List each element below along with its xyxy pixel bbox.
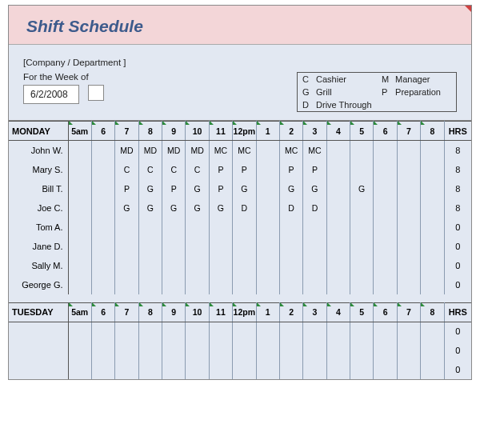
shift-cell[interactable] — [374, 275, 397, 294]
shift-cell[interactable] — [233, 275, 256, 294]
shift-cell[interactable] — [162, 256, 186, 275]
shift-cell[interactable]: G — [350, 179, 374, 198]
shift-cell[interactable] — [374, 341, 397, 360]
shift-cell[interactable] — [421, 141, 444, 160]
shift-cell[interactable] — [209, 360, 232, 379]
shift-cell[interactable] — [209, 237, 232, 256]
shift-cell[interactable] — [397, 198, 420, 218]
shift-cell[interactable] — [91, 218, 114, 237]
shift-cell[interactable] — [350, 237, 374, 256]
shift-cell[interactable] — [233, 322, 256, 341]
shift-cell[interactable] — [91, 322, 114, 341]
shift-cell[interactable] — [115, 237, 138, 256]
shift-cell[interactable]: P — [233, 160, 256, 179]
shift-cell[interactable] — [68, 360, 91, 379]
shift-cell[interactable] — [209, 341, 232, 360]
shift-cell[interactable] — [303, 218, 326, 237]
shift-cell[interactable] — [374, 237, 397, 256]
shift-cell[interactable] — [256, 256, 279, 275]
shift-cell[interactable] — [397, 256, 420, 275]
shift-cell[interactable] — [326, 256, 350, 275]
shift-cell[interactable] — [397, 275, 420, 294]
shift-cell[interactable] — [374, 198, 397, 218]
shift-cell[interactable] — [68, 275, 91, 294]
shift-cell[interactable]: D — [233, 198, 256, 218]
shift-cell[interactable] — [279, 360, 302, 379]
shift-cell[interactable] — [209, 275, 232, 294]
shift-cell[interactable] — [350, 218, 374, 237]
shift-cell[interactable] — [421, 275, 444, 294]
shift-cell[interactable] — [68, 237, 91, 256]
shift-cell[interactable] — [256, 360, 279, 379]
shift-cell[interactable]: MD — [186, 141, 209, 160]
shift-cell[interactable] — [162, 322, 186, 341]
shift-cell[interactable] — [209, 322, 232, 341]
shift-cell[interactable] — [397, 322, 420, 341]
shift-cell[interactable] — [162, 275, 186, 294]
shift-cell[interactable] — [186, 275, 209, 294]
shift-cell[interactable] — [115, 256, 138, 275]
shift-cell[interactable] — [350, 275, 374, 294]
shift-cell[interactable]: P — [209, 160, 232, 179]
shift-cell[interactable] — [374, 218, 397, 237]
shift-cell[interactable] — [186, 360, 209, 379]
shift-cell[interactable] — [256, 341, 279, 360]
shift-cell[interactable] — [256, 141, 279, 160]
shift-cell[interactable]: G — [186, 198, 209, 218]
shift-cell[interactable] — [162, 360, 186, 379]
shift-cell[interactable] — [303, 275, 326, 294]
shift-cell[interactable] — [91, 198, 114, 218]
shift-cell[interactable] — [326, 322, 350, 341]
shift-cell[interactable] — [374, 322, 397, 341]
shift-cell[interactable]: G — [138, 198, 162, 218]
shift-cell[interactable] — [279, 237, 302, 256]
shift-cell[interactable] — [91, 275, 114, 294]
shift-cell[interactable] — [186, 341, 209, 360]
shift-cell[interactable] — [162, 341, 186, 360]
shift-cell[interactable] — [186, 256, 209, 275]
shift-cell[interactable] — [326, 341, 350, 360]
shift-cell[interactable]: P — [162, 179, 186, 198]
shift-cell[interactable] — [209, 256, 232, 275]
shift-cell[interactable] — [91, 256, 114, 275]
shift-cell[interactable] — [279, 275, 302, 294]
shift-cell[interactable]: MC — [303, 141, 326, 160]
shift-cell[interactable] — [91, 360, 114, 379]
shift-cell[interactable] — [256, 198, 279, 218]
shift-cell[interactable] — [350, 141, 374, 160]
shift-cell[interactable] — [256, 179, 279, 198]
shift-cell[interactable] — [68, 198, 91, 218]
shift-cell[interactable] — [397, 160, 420, 179]
shift-cell[interactable]: D — [279, 198, 302, 218]
shift-cell[interactable] — [326, 198, 350, 218]
shift-cell[interactable]: C — [186, 160, 209, 179]
shift-cell[interactable]: C — [138, 160, 162, 179]
shift-cell[interactable] — [374, 160, 397, 179]
shift-cell[interactable]: G — [279, 179, 302, 198]
shift-cell[interactable] — [303, 256, 326, 275]
shift-cell[interactable] — [91, 179, 114, 198]
shift-cell[interactable] — [326, 141, 350, 160]
shift-cell[interactable] — [397, 341, 420, 360]
shift-cell[interactable] — [374, 179, 397, 198]
shift-cell[interactable] — [350, 160, 374, 179]
shift-cell[interactable] — [138, 256, 162, 275]
shift-cell[interactable] — [256, 275, 279, 294]
shift-cell[interactable] — [233, 360, 256, 379]
shift-cell[interactable] — [233, 218, 256, 237]
shift-cell[interactable] — [233, 341, 256, 360]
shift-cell[interactable] — [421, 341, 444, 360]
shift-cell[interactable] — [115, 360, 138, 379]
shift-cell[interactable] — [303, 360, 326, 379]
shift-cell[interactable] — [374, 360, 397, 379]
shift-cell[interactable] — [421, 218, 444, 237]
shift-cell[interactable] — [279, 218, 302, 237]
shift-cell[interactable]: MD — [162, 141, 186, 160]
shift-cell[interactable] — [162, 237, 186, 256]
shift-cell[interactable]: D — [303, 198, 326, 218]
shift-cell[interactable] — [138, 237, 162, 256]
shift-cell[interactable] — [421, 198, 444, 218]
shift-cell[interactable]: P — [115, 179, 138, 198]
shift-cell[interactable] — [326, 160, 350, 179]
shift-cell[interactable] — [186, 322, 209, 341]
